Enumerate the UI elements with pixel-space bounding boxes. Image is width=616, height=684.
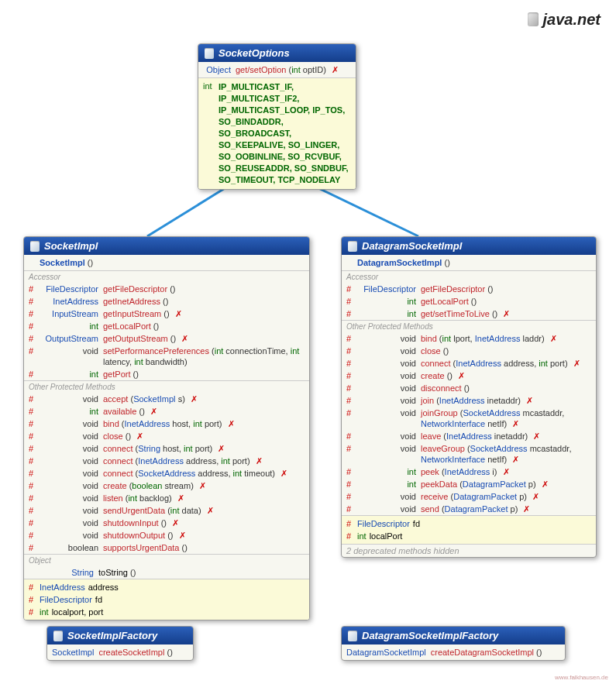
method-params: (DatagramPacket p) xyxy=(442,504,518,514)
method-name: connect xyxy=(103,469,133,478)
return-type: void xyxy=(40,443,103,454)
return-type: InetAddress xyxy=(40,296,103,307)
visibility-marker: # xyxy=(29,406,40,417)
class-name: SocketImpl xyxy=(44,240,98,252)
method-row: #intavailable () ✗ xyxy=(24,405,309,418)
return-type: void xyxy=(357,395,421,406)
visibility-marker: # xyxy=(346,479,357,490)
method-name: close xyxy=(103,431,123,441)
method-name: available xyxy=(103,407,136,416)
method-params: (int data) xyxy=(167,506,201,515)
method-name: listen xyxy=(103,493,123,503)
section-label: Object xyxy=(24,555,309,566)
method-row: #voidleaveGroup (SocketAddress mcastaddr… xyxy=(342,442,596,466)
visibility-marker: # xyxy=(29,607,40,617)
method-row: #voidconnect (SocketAddress address, int… xyxy=(24,467,309,479)
visibility-marker: # xyxy=(29,418,40,429)
return-type: void xyxy=(357,370,421,381)
visibility-marker: # xyxy=(29,493,40,504)
field-name: address xyxy=(88,582,119,593)
throws-marker: ✗ xyxy=(148,407,157,416)
svg-line-0 xyxy=(147,186,229,236)
method-name: setPerformancePreferences xyxy=(103,346,209,356)
method-row: #voidreceive (DatagramPacket p) ✗ xyxy=(342,490,596,503)
visibility-marker: # xyxy=(346,504,357,514)
method-params: (DatagramPacket p) xyxy=(451,492,527,501)
method-row: #voidleave (InetAddress inetaddr) ✗ xyxy=(342,430,596,442)
method-row: #voidcreate (boolean stream) ✗ xyxy=(24,479,309,492)
method-name: get/setOption xyxy=(236,65,286,74)
other-section: Other Protected Methods #voidaccept (Soc… xyxy=(24,380,309,554)
return-type: int xyxy=(40,406,103,417)
method-params: (SocketImpl s) xyxy=(130,394,184,404)
throws-marker: ✗ xyxy=(188,394,198,404)
method-params: (boolean stream) xyxy=(129,481,194,490)
method-row: #voidsetPerformancePreferences (int conn… xyxy=(24,345,309,368)
method-name: getLocalPort xyxy=(421,297,469,306)
visibility-marker: # xyxy=(29,505,40,516)
visibility-marker: # xyxy=(29,542,40,553)
deprecated-note: 2 deprecated methods hidden xyxy=(342,544,596,557)
method-row: #voidclose () ✗ xyxy=(24,430,309,442)
method-name: bind xyxy=(103,419,119,428)
class-title: SocketOptions xyxy=(198,44,356,62)
method-row: #booleansupportsUrgentData () xyxy=(24,541,309,554)
field-name: localPort xyxy=(370,531,403,541)
fields-section: #FileDescriptorfd#intlocalPort xyxy=(342,515,596,544)
method-name: getLocalPort xyxy=(103,321,151,331)
method-name: getFileDescriptor xyxy=(421,284,485,294)
visibility-marker: # xyxy=(346,308,357,319)
method-params: (SocketAddress address, int timeout) xyxy=(136,469,275,478)
method-name: connect xyxy=(103,444,133,453)
throws-marker: ✗ xyxy=(500,467,509,476)
visibility-marker: # xyxy=(29,480,40,491)
throws-marker: ✗ xyxy=(225,419,235,428)
return-type: void xyxy=(40,418,103,429)
visibility-marker: # xyxy=(346,518,357,529)
method-row: #voidconnect (String host, int port) ✗ xyxy=(24,442,309,455)
class-socketoptions: SocketOptions Object get/setOption (int … xyxy=(198,43,356,190)
field-row: #InetAddressaddress xyxy=(24,581,309,593)
return-type: void xyxy=(40,468,103,479)
field-row: #FileDescriptorfd xyxy=(342,517,596,530)
visibility-marker: # xyxy=(346,284,357,294)
method-params: (int lport, InetAddress laddr) xyxy=(439,334,545,343)
method-name: accept xyxy=(103,394,128,404)
section-label: Accessor xyxy=(342,271,596,283)
field-name: fd xyxy=(95,594,102,605)
method-name: supportsUrgentData xyxy=(103,543,179,552)
visibility-marker: # xyxy=(346,345,357,356)
section-label: Other Protected Methods xyxy=(24,381,309,393)
method-name: shutdownInput xyxy=(103,518,159,528)
visibility-marker: # xyxy=(346,296,357,307)
method-name: receive xyxy=(421,492,448,501)
method-name: createDatagramSocketImpl xyxy=(431,648,534,657)
method-row: #voidaccept (SocketImpl s) ✗ xyxy=(24,393,309,405)
throws-marker: ✗ xyxy=(215,444,225,453)
method-name: sendUrgentData xyxy=(103,506,165,515)
return-type: void xyxy=(357,358,421,369)
return-type: int xyxy=(357,479,421,490)
method-row: #OutputStreamgetOutputStream () ✗ xyxy=(24,332,309,345)
throws-marker: ✗ xyxy=(329,65,339,74)
return-type: int xyxy=(357,466,421,477)
visibility-marker: # xyxy=(29,308,40,319)
class-name: DatagramSocketImplFactory xyxy=(362,630,498,641)
method-row: #FileDescriptorgetFileDescriptor () xyxy=(24,283,309,295)
return-type: FileDescriptor xyxy=(40,284,103,294)
method-params: (int optID) xyxy=(289,65,326,74)
method-row: #voidlisten (int backlog) ✗ xyxy=(24,492,309,504)
method-params: () xyxy=(133,369,139,379)
method-params: (InetAddress address, int port) xyxy=(136,456,250,466)
method-row: #voidsendUrgentData (int data) ✗ xyxy=(24,504,309,517)
footer-link[interactable]: www.falkhausen.de xyxy=(555,674,608,681)
visibility-marker: # xyxy=(346,466,357,477)
method-params: (InetAddress inetaddr) xyxy=(436,396,521,405)
visibility-marker: # xyxy=(29,582,40,593)
method-name: getFileDescriptor xyxy=(103,284,167,294)
method-row: #voidjoin (InetAddress inetaddr) ✗ xyxy=(342,394,596,407)
throws-marker: ✗ xyxy=(501,309,510,318)
return-type: void xyxy=(40,345,103,356)
visibility-marker: # xyxy=(346,443,357,454)
method-params: () xyxy=(161,518,167,528)
